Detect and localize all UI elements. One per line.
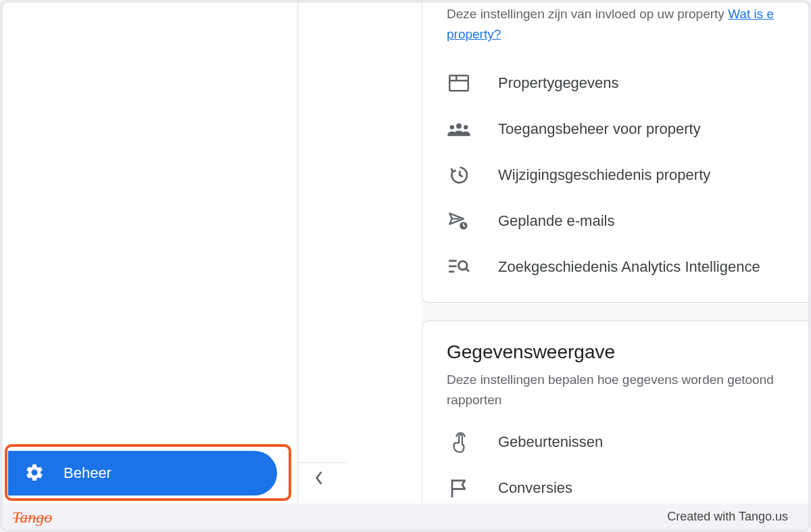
data-display-title: Gegevensweergave	[422, 321, 811, 370]
search-list-icon	[447, 256, 471, 278]
touch-icon	[447, 431, 471, 453]
what-is-property-link-part1[interactable]: Wat is e	[728, 7, 774, 21]
flag-icon	[447, 477, 471, 499]
property-access-item[interactable]: Toegangsbeheer voor property	[422, 106, 811, 152]
tango-credit: Created with Tango.us	[667, 510, 788, 524]
svg-point-11	[458, 261, 467, 270]
conversions-item[interactable]: Conversies	[422, 465, 811, 502]
beheer-label: Beheer	[64, 464, 112, 482]
main-content: Deze instellingen zijn van invloed op uw…	[422, 3, 811, 504]
svg-point-3	[456, 123, 462, 128]
svg-line-12	[466, 268, 469, 272]
tango-logo: Tango	[12, 506, 52, 527]
data-display-card: Gegevensweergave Deze instellingen bepal…	[422, 320, 811, 514]
property-access-label: Toegangsbeheer voor property	[498, 120, 701, 138]
search-history-label: Zoekgeschiedenis Analytics Intelligence	[498, 258, 760, 276]
property-history-item[interactable]: Wijzigingsgeschiedenis property	[422, 152, 811, 198]
property-details-item[interactable]: Propertygegevens	[422, 60, 811, 106]
send-schedule-icon	[447, 210, 471, 232]
web-icon	[447, 72, 471, 94]
property-history-label: Wijzigingsgeschiedenis property	[498, 166, 710, 184]
scheduled-emails-label: Geplande e-mails	[498, 212, 614, 230]
footer-bar: Tango Created with Tango.us	[3, 504, 808, 529]
what-is-property-link-part2[interactable]: property?	[447, 27, 501, 41]
collapse-divider	[298, 462, 347, 463]
data-display-description: Deze instellingen bepalen hoe gegevens w…	[422, 370, 811, 411]
chevron-left-icon	[313, 470, 325, 485]
sidebar-left-panel	[3, 3, 283, 504]
history-icon	[447, 164, 471, 186]
svg-point-5	[464, 125, 468, 129]
beheer-button[interactable]: Beheer	[8, 451, 277, 495]
svg-point-4	[450, 125, 454, 129]
collapse-sidebar-button[interactable]	[308, 467, 330, 489]
svg-rect-0	[449, 76, 468, 91]
gear-icon	[24, 462, 45, 485]
conversions-label: Conversies	[498, 479, 572, 497]
property-description: Deze instellingen zijn van invloed op uw…	[422, 1, 811, 45]
sidebar-divider	[297, 3, 299, 504]
property-settings-card: Deze instellingen zijn van invloed op uw…	[422, 1, 811, 303]
property-details-label: Propertygegevens	[498, 74, 619, 92]
events-label: Gebeurtenissen	[498, 433, 603, 451]
events-item[interactable]: Gebeurtenissen	[422, 419, 811, 465]
scheduled-emails-item[interactable]: Geplande e-mails	[422, 198, 811, 244]
people-icon	[447, 118, 471, 140]
search-history-item[interactable]: Zoekgeschiedenis Analytics Intelligence	[422, 244, 811, 290]
